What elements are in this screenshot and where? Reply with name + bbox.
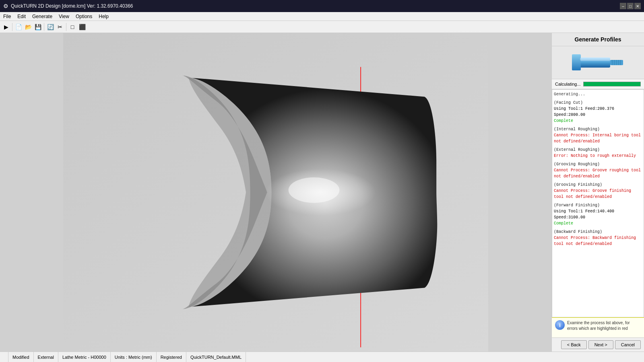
log-entry: Complete	[554, 220, 642, 226]
log-entry: Using Tool:1 Feed:200.376	[554, 106, 642, 112]
panel-title: Generate Profiles	[552, 33, 644, 46]
toolbar-separator-2	[44, 23, 44, 31]
menu-help[interactable]: Help	[95, 13, 112, 20]
menu-edit[interactable]: Edit	[14, 13, 29, 20]
svg-rect-12	[580, 58, 610, 61]
log-entry: Speed:2800.00	[554, 112, 642, 118]
status-modified-text: Modified	[8, 352, 34, 362]
toolbar-cut[interactable]: ✂	[56, 23, 64, 31]
info-text: Examine the process list above, for erro…	[567, 320, 641, 331]
log-title: Generating...	[554, 91, 642, 97]
progress-area: Calculating...	[552, 79, 644, 89]
info-area: i Examine the process list above, for er…	[552, 317, 644, 337]
title-bar-controls: – □ ✕	[620, 3, 641, 9]
log-entry: Complete	[554, 118, 642, 124]
log-entry: (Grooving Roughing)	[554, 161, 642, 167]
next-button[interactable]: Next >	[588, 340, 613, 349]
toolbar-separator-3	[66, 23, 66, 31]
title-bar-left: ⚙ QuickTURN 2D Design [dome.lcm] Ver: 1.…	[3, 3, 133, 9]
status-mml: QuickTURN_Default.MML	[186, 352, 246, 362]
toolbar-box2[interactable]: ⬛	[78, 23, 87, 31]
menu-view[interactable]: View	[56, 13, 72, 20]
toolbar: ▶ 📄 📂 💾 🔄 ✂ □ ⬛	[0, 21, 644, 33]
right-panel: Generate Profiles	[551, 33, 644, 352]
info-icon: i	[555, 320, 565, 330]
status-lathe: Lathe Metric - H00000	[58, 352, 111, 362]
minimize-button[interactable]: –	[620, 3, 626, 9]
log-entry: (External Roughing)	[554, 147, 642, 153]
status-registered: Registered	[157, 352, 186, 362]
status-units: Units : Metric (mm)	[111, 352, 157, 362]
progress-label: Calculating...	[555, 82, 581, 86]
log-entry: (Internal Roughing)	[554, 126, 642, 132]
menu-bar: File Edit Generate View Options Help	[0, 12, 644, 21]
log-entry: (Backward Finishing)	[554, 229, 642, 235]
log-entry: (Facing Cut)	[554, 100, 642, 106]
status-modified	[0, 352, 8, 362]
log-entry: Speed:3100.00	[554, 214, 642, 220]
log-entry: (Forward Finishing)	[554, 202, 642, 208]
panel-buttons: < Back Next > Cancel	[552, 337, 644, 352]
app-icon: ⚙	[3, 3, 8, 9]
status-bar: Modified External Lathe Metric - H00000 …	[0, 352, 644, 362]
cancel-button[interactable]: Cancel	[615, 340, 641, 349]
progress-bar-container	[583, 82, 641, 86]
toolbar-separator-1	[12, 23, 12, 31]
menu-generate[interactable]: Generate	[29, 13, 56, 20]
svg-point-3	[289, 177, 340, 203]
close-button[interactable]: ✕	[634, 3, 641, 9]
app-title: QuickTURN 2D Design [dome.lcm] Ver: 1.32…	[11, 3, 133, 9]
log-entry: Cannot Process: Backward finishing tool …	[554, 235, 642, 247]
back-button[interactable]: < Back	[561, 340, 587, 349]
dome-shape	[0, 33, 551, 352]
svg-rect-5	[572, 54, 581, 70]
maximize-button[interactable]: □	[627, 3, 634, 9]
toolbar-new[interactable]: 📄	[14, 23, 23, 31]
main-area: Generate Profiles	[0, 33, 644, 352]
progress-bar-fill	[584, 82, 640, 86]
log-entries: (Facing Cut)Using Tool:1 Feed:200.376Spe…	[554, 100, 642, 247]
menu-options[interactable]: Options	[72, 13, 95, 20]
preview-area	[552, 46, 644, 79]
log-entry: Cannot Process: Groove finishing tool no…	[554, 188, 642, 200]
log-entry: Error: Nothing to rough externally	[554, 153, 642, 159]
title-bar: ⚙ QuickTURN 2D Design [dome.lcm] Ver: 1.…	[0, 0, 644, 12]
part-preview-svg	[570, 49, 626, 76]
toolbar-open[interactable]: 📂	[24, 23, 33, 31]
toolbar-save[interactable]: 💾	[33, 23, 42, 31]
toolbar-play[interactable]: ▶	[2, 23, 10, 31]
toolbar-box1[interactable]: □	[68, 23, 77, 31]
viewport[interactable]	[0, 33, 551, 352]
menu-file[interactable]: File	[0, 13, 14, 20]
log-entry: Using Tool:1 Feed:140.400	[554, 208, 642, 214]
status-external: External	[34, 352, 58, 362]
log-entry: (Grooving Finishing)	[554, 182, 642, 188]
log-entry: Cannot Process: Internal boring tool not…	[554, 132, 642, 144]
log-entry: Cannot Process: Groove roughing tool not…	[554, 167, 642, 179]
toolbar-refresh[interactable]: 🔄	[46, 23, 55, 31]
log-area[interactable]: Generating... (Facing Cut)Using Tool:1 F…	[552, 89, 644, 317]
